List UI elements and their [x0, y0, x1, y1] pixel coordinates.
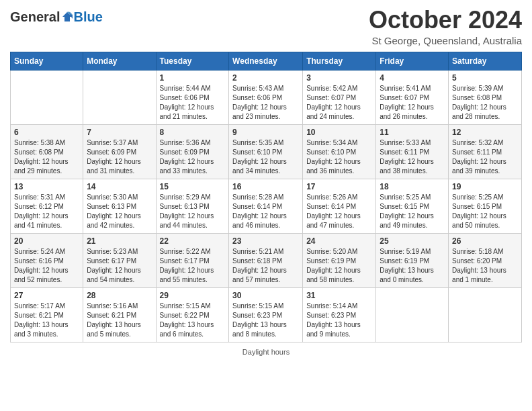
day-info: Sunrise: 5:24 AM Sunset: 6:16 PM Dayligh…: [14, 247, 79, 285]
calendar-cell: 13Sunrise: 5:31 AM Sunset: 6:12 PM Dayli…: [11, 179, 83, 233]
calendar-cell: 12Sunrise: 5:32 AM Sunset: 6:11 PM Dayli…: [449, 124, 522, 179]
calendar-cell: 20Sunrise: 5:24 AM Sunset: 6:16 PM Dayli…: [11, 233, 83, 287]
day-info: Sunrise: 5:15 AM Sunset: 6:23 PM Dayligh…: [232, 302, 299, 339]
day-info: Sunrise: 5:37 AM Sunset: 6:09 PM Dayligh…: [87, 138, 152, 176]
day-number: 22: [160, 236, 226, 246]
calendar-cell: 8Sunrise: 5:36 AM Sunset: 6:09 PM Daylig…: [156, 124, 229, 179]
day-info: Sunrise: 5:21 AM Sunset: 6:18 PM Dayligh…: [232, 247, 299, 285]
day-info: Sunrise: 5:41 AM Sunset: 6:07 PM Dayligh…: [380, 84, 445, 122]
calendar-cell: [83, 70, 156, 124]
day-info: Sunrise: 5:35 AM Sunset: 6:10 PM Dayligh…: [232, 138, 299, 176]
day-number: 18: [380, 182, 445, 191]
day-number: 9: [232, 128, 299, 137]
day-number: 31: [306, 291, 372, 300]
calendar-cell: 28Sunrise: 5:16 AM Sunset: 6:21 PM Dayli…: [83, 287, 156, 342]
day-number: 2: [232, 73, 299, 83]
day-number: 1: [160, 73, 226, 83]
calendar-week-row: 6Sunrise: 5:38 AM Sunset: 6:08 PM Daylig…: [11, 124, 522, 179]
day-info: Sunrise: 5:14 AM Sunset: 6:23 PM Dayligh…: [306, 302, 372, 339]
calendar-cell: [376, 287, 449, 342]
day-info: Sunrise: 5:22 AM Sunset: 6:17 PM Dayligh…: [160, 247, 226, 285]
calendar-cell: 14Sunrise: 5:30 AM Sunset: 6:13 PM Dayli…: [83, 179, 156, 233]
calendar-cell: 23Sunrise: 5:21 AM Sunset: 6:18 PM Dayli…: [229, 233, 303, 287]
calendar-cell: 9Sunrise: 5:35 AM Sunset: 6:10 PM Daylig…: [229, 124, 303, 179]
logo-icon: [61, 11, 73, 23]
day-number: 28: [87, 291, 152, 300]
calendar: SundayMondayTuesdayWednesdayThursdayFrid…: [10, 52, 522, 342]
calendar-cell: 15Sunrise: 5:29 AM Sunset: 6:13 PM Dayli…: [156, 179, 229, 233]
day-info: Sunrise: 5:43 AM Sunset: 6:06 PM Dayligh…: [232, 84, 299, 122]
day-number: 12: [452, 128, 518, 137]
calendar-cell: 27Sunrise: 5:17 AM Sunset: 6:21 PM Dayli…: [11, 287, 83, 342]
day-number: 5: [452, 73, 518, 83]
day-number: 23: [232, 236, 299, 246]
logo: General Blue: [10, 9, 103, 25]
calendar-cell: 7Sunrise: 5:37 AM Sunset: 6:09 PM Daylig…: [83, 124, 156, 179]
day-info: Sunrise: 5:34 AM Sunset: 6:10 PM Dayligh…: [306, 138, 372, 176]
day-of-week-header: Tuesday: [156, 52, 229, 70]
calendar-cell: 29Sunrise: 5:15 AM Sunset: 6:22 PM Dayli…: [156, 287, 229, 342]
day-info: Sunrise: 5:44 AM Sunset: 6:06 PM Dayligh…: [160, 84, 226, 122]
calendar-cell: 24Sunrise: 5:20 AM Sunset: 6:19 PM Dayli…: [303, 233, 376, 287]
day-info: Sunrise: 5:33 AM Sunset: 6:11 PM Dayligh…: [380, 138, 445, 176]
calendar-cell: 11Sunrise: 5:33 AM Sunset: 6:11 PM Dayli…: [376, 124, 449, 179]
header: General Blue October 2024 St George, Que…: [10, 7, 522, 46]
day-number: 25: [380, 236, 445, 246]
calendar-cell: 19Sunrise: 5:25 AM Sunset: 6:15 PM Dayli…: [449, 179, 522, 233]
day-of-week-header: Monday: [83, 52, 156, 70]
day-number: 10: [306, 128, 372, 137]
calendar-cell: 18Sunrise: 5:25 AM Sunset: 6:15 PM Dayli…: [376, 179, 449, 233]
day-info: Sunrise: 5:31 AM Sunset: 6:12 PM Dayligh…: [14, 193, 79, 230]
calendar-week-row: 13Sunrise: 5:31 AM Sunset: 6:12 PM Dayli…: [11, 179, 522, 233]
day-number: 26: [452, 236, 518, 246]
day-info: Sunrise: 5:30 AM Sunset: 6:13 PM Dayligh…: [87, 193, 152, 230]
footer-note: Daylight hours: [10, 348, 522, 356]
day-number: 11: [380, 128, 445, 137]
day-number: 7: [87, 128, 152, 137]
day-info: Sunrise: 5:38 AM Sunset: 6:08 PM Dayligh…: [14, 138, 79, 176]
logo-blue-text: Blue: [73, 9, 102, 25]
calendar-cell: 17Sunrise: 5:26 AM Sunset: 6:14 PM Dayli…: [303, 179, 376, 233]
day-number: 19: [452, 182, 518, 191]
day-number: 20: [14, 236, 79, 246]
day-info: Sunrise: 5:26 AM Sunset: 6:14 PM Dayligh…: [306, 193, 372, 230]
day-of-week-header: Thursday: [303, 52, 376, 70]
day-info: Sunrise: 5:23 AM Sunset: 6:17 PM Dayligh…: [87, 247, 152, 285]
day-info: Sunrise: 5:39 AM Sunset: 6:08 PM Dayligh…: [452, 84, 518, 122]
calendar-cell: 26Sunrise: 5:18 AM Sunset: 6:20 PM Dayli…: [449, 233, 522, 287]
calendar-cell: 16Sunrise: 5:28 AM Sunset: 6:14 PM Dayli…: [229, 179, 303, 233]
calendar-cell: 5Sunrise: 5:39 AM Sunset: 6:08 PM Daylig…: [449, 70, 522, 124]
day-info: Sunrise: 5:25 AM Sunset: 6:15 PM Dayligh…: [380, 193, 445, 230]
day-number: 13: [14, 182, 79, 191]
calendar-cell: [11, 70, 83, 124]
day-info: Sunrise: 5:15 AM Sunset: 6:22 PM Dayligh…: [160, 302, 226, 339]
calendar-cell: 21Sunrise: 5:23 AM Sunset: 6:17 PM Dayli…: [83, 233, 156, 287]
day-info: Sunrise: 5:28 AM Sunset: 6:14 PM Dayligh…: [232, 193, 299, 230]
calendar-cell: 10Sunrise: 5:34 AM Sunset: 6:10 PM Dayli…: [303, 124, 376, 179]
day-info: Sunrise: 5:42 AM Sunset: 6:07 PM Dayligh…: [306, 84, 372, 122]
day-number: 14: [87, 182, 152, 191]
month-title: October 2024: [369, 7, 522, 34]
day-of-week-header: Saturday: [449, 52, 522, 70]
day-number: 6: [14, 128, 79, 137]
calendar-cell: 2Sunrise: 5:43 AM Sunset: 6:06 PM Daylig…: [229, 70, 303, 124]
calendar-week-row: 27Sunrise: 5:17 AM Sunset: 6:21 PM Dayli…: [11, 287, 522, 342]
day-info: Sunrise: 5:32 AM Sunset: 6:11 PM Dayligh…: [452, 138, 518, 176]
day-number: 30: [232, 291, 299, 300]
day-number: 24: [306, 236, 372, 246]
day-number: 27: [14, 291, 79, 300]
day-number: 17: [306, 182, 372, 191]
day-number: 21: [87, 236, 152, 246]
calendar-week-row: 1Sunrise: 5:44 AM Sunset: 6:06 PM Daylig…: [11, 70, 522, 124]
calendar-cell: 1Sunrise: 5:44 AM Sunset: 6:06 PM Daylig…: [156, 70, 229, 124]
calendar-week-row: 20Sunrise: 5:24 AM Sunset: 6:16 PM Dayli…: [11, 233, 522, 287]
calendar-cell: 31Sunrise: 5:14 AM Sunset: 6:23 PM Dayli…: [303, 287, 376, 342]
day-info: Sunrise: 5:18 AM Sunset: 6:20 PM Dayligh…: [452, 247, 518, 285]
day-of-week-header: Sunday: [11, 52, 83, 70]
calendar-cell: 6Sunrise: 5:38 AM Sunset: 6:08 PM Daylig…: [11, 124, 83, 179]
day-number: 4: [380, 73, 445, 83]
day-of-week-header: Friday: [376, 52, 449, 70]
calendar-cell: [449, 287, 522, 342]
calendar-cell: 3Sunrise: 5:42 AM Sunset: 6:07 PM Daylig…: [303, 70, 376, 124]
location-title: St George, Queensland, Australia: [369, 35, 522, 46]
